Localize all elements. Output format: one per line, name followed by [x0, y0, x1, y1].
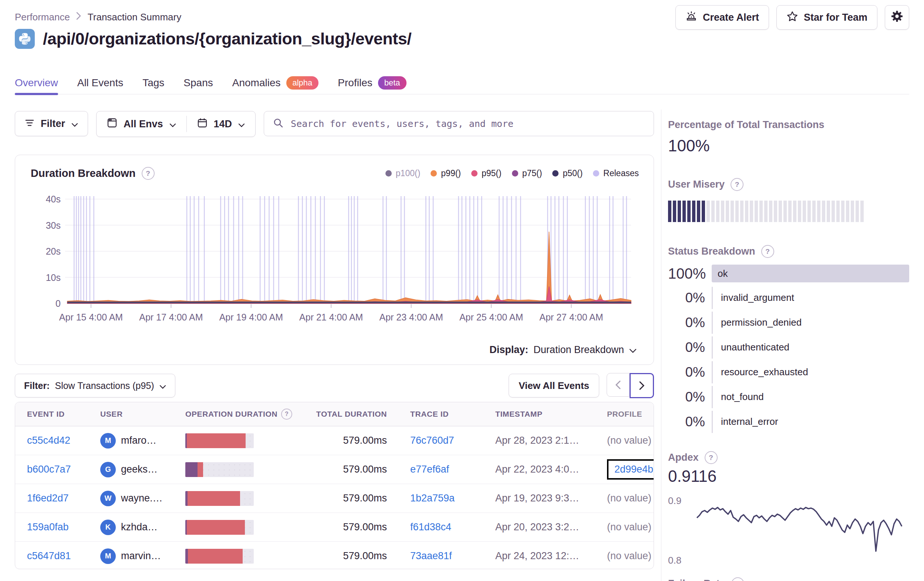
legend-item-p100[interactable]: p100()	[385, 168, 420, 179]
status-breakdown-title: Status Breakdown	[668, 246, 755, 257]
breadcrumb: Performance Transaction Summary	[15, 11, 181, 23]
help-icon[interactable]: ?	[705, 451, 718, 464]
user-cell: Mmfaro…	[100, 433, 185, 449]
tab-all-events[interactable]: All Events	[77, 72, 124, 94]
create-alert-button[interactable]: Create Alert	[675, 5, 769, 30]
filter-bar: Filter All Envs 14D	[15, 111, 654, 137]
date-range-label: 14D	[214, 118, 232, 130]
trace-id-cell: 73aae81f	[387, 550, 480, 562]
tab-profiles[interactable]: Profilesbeta	[338, 72, 406, 94]
operation-duration-bar[interactable]	[185, 462, 254, 477]
tab-label: Profiles	[338, 77, 372, 89]
operation-duration-bar[interactable]	[185, 491, 254, 506]
siren-icon	[685, 11, 697, 25]
date-range-dropdown[interactable]: 14D	[187, 118, 256, 131]
legend-label: Releases	[603, 168, 639, 179]
event-id-link[interactable]: 159a0fab	[27, 521, 69, 533]
trace-id-link[interactable]: 76c760d7	[410, 435, 454, 446]
column-header-label: PROFILE	[607, 410, 642, 419]
user-cell: Kkzhda…	[100, 520, 185, 535]
filter-dropdown[interactable]: Filter	[15, 111, 88, 136]
misery-segment	[745, 200, 748, 222]
legend-label: p50()	[563, 168, 582, 179]
tab-anomalies[interactable]: Anomaliesalpha	[232, 72, 319, 94]
column-header-user[interactable]: USER	[100, 410, 185, 419]
column-header-operation-duration[interactable]: OPERATION DURATION?	[185, 409, 299, 420]
avatar: K	[100, 520, 116, 535]
trace-id-link[interactable]: 73aae81f	[410, 550, 452, 561]
operation-duration-bar[interactable]	[185, 433, 254, 448]
status-bar-ok[interactable]: ok	[712, 265, 909, 282]
user-misery-bar[interactable]	[668, 200, 909, 222]
legend-item-p95[interactable]: p95()	[471, 168, 502, 179]
column-header-event-id[interactable]: EVENT ID	[27, 410, 100, 419]
event-id-cell: b600c7a7	[27, 464, 100, 475]
misery-segment	[788, 200, 792, 222]
slow-transactions-filter-dropdown[interactable]: Filter: Slow Transactions (p95)	[15, 374, 175, 397]
event-id-link[interactable]: c55c4d42	[27, 435, 70, 446]
environment-dropdown[interactable]: All Envs	[97, 118, 186, 131]
display-value: Duration Breakdown	[533, 344, 624, 356]
status-label: resource_exhausted	[721, 366, 808, 378]
event-id-link[interactable]: c5647d81	[27, 550, 71, 561]
tab-spans[interactable]: Spans	[183, 72, 213, 94]
header-actions: Create Alert Star for Team	[675, 5, 909, 30]
legend-item-p75[interactable]: p75()	[512, 168, 542, 179]
operation-duration-bar[interactable]	[185, 549, 254, 564]
operation-duration-bar[interactable]	[185, 520, 254, 535]
status-label: unauthenticated	[721, 341, 789, 353]
previous-page-button[interactable]	[607, 373, 630, 397]
help-icon[interactable]: ?	[731, 577, 744, 581]
svg-text:10s: 10s	[46, 272, 61, 283]
breadcrumb-performance[interactable]: Performance	[15, 12, 70, 23]
transaction-summary-page: Performance Transaction Summary Create A…	[0, 0, 924, 581]
display-dropdown[interactable]: Display: Duration Breakdown	[489, 344, 637, 356]
legend-label: p75()	[522, 168, 542, 179]
legend-item-Releases[interactable]: Releases	[593, 168, 639, 179]
search-input[interactable]	[290, 118, 645, 129]
tab-label: Anomalies	[232, 77, 281, 89]
operation-duration-cell	[185, 462, 299, 477]
legend-item-p99[interactable]: p99()	[431, 168, 461, 179]
bar-segment-other	[185, 462, 198, 477]
misery-segment	[687, 200, 691, 222]
window-icon	[107, 118, 117, 131]
star-for-team-button[interactable]: Star for Team	[776, 5, 878, 30]
legend-label: p95()	[482, 168, 502, 179]
duration-breakdown-chart[interactable]: 010s20s30s40sApr 15 4:00 AMApr 17 4:00 A…	[15, 182, 653, 329]
misery-segment	[750, 200, 753, 222]
status-bar-zero: invalid_argument	[712, 287, 909, 309]
svg-text:Apr 15 4:00 AM: Apr 15 4:00 AM	[59, 312, 123, 322]
column-header-profile[interactable]: PROFILE	[592, 410, 653, 419]
event-id-link[interactable]: 1f6ed2d7	[27, 493, 69, 504]
status-zero-tick	[712, 411, 713, 433]
event-id-link[interactable]: b600c7a7	[27, 464, 71, 475]
column-header-total-duration[interactable]: TOTAL DURATION	[299, 410, 387, 419]
column-header-timestamp[interactable]: TIMESTAMP	[480, 410, 592, 419]
trace-id-link[interactable]: f61d38c4	[410, 521, 451, 533]
profile-link[interactable]: 2d99e4b2	[614, 464, 654, 475]
legend-item-p50[interactable]: p50()	[552, 168, 582, 179]
event-id-cell: 159a0fab	[27, 521, 100, 533]
trace-id-link[interactable]: 1b2a759a	[410, 493, 455, 504]
column-header-label: USER	[100, 410, 123, 419]
status-bar-zero: not_found	[712, 386, 909, 408]
status-bar-zero: permission_denied	[712, 311, 909, 334]
next-page-button[interactable]	[630, 373, 654, 398]
help-icon[interactable]: ?	[761, 245, 774, 258]
search-box	[264, 111, 654, 136]
trace-id-link[interactable]: e77ef6af	[410, 464, 449, 475]
tab-overview[interactable]: Overview	[15, 72, 58, 94]
avatar: M	[100, 548, 116, 564]
status-breakdown-rows: 100%ok0%invalid_argument0%permission_den…	[668, 262, 909, 434]
chevron-down-icon	[159, 381, 166, 391]
settings-button[interactable]	[885, 5, 909, 30]
help-icon[interactable]: ?	[731, 178, 744, 191]
help-icon[interactable]: ?	[142, 167, 155, 180]
column-header-trace-id[interactable]: TRACE ID	[387, 410, 480, 419]
help-icon[interactable]: ?	[281, 409, 292, 420]
tab-tags[interactable]: Tags	[142, 72, 164, 94]
misery-segment	[856, 200, 859, 222]
table-row: b600c7a7Ggeeks…579.00mse77ef6afApr 22, 2…	[15, 455, 653, 484]
view-all-events-button[interactable]: View All Events	[508, 374, 599, 397]
